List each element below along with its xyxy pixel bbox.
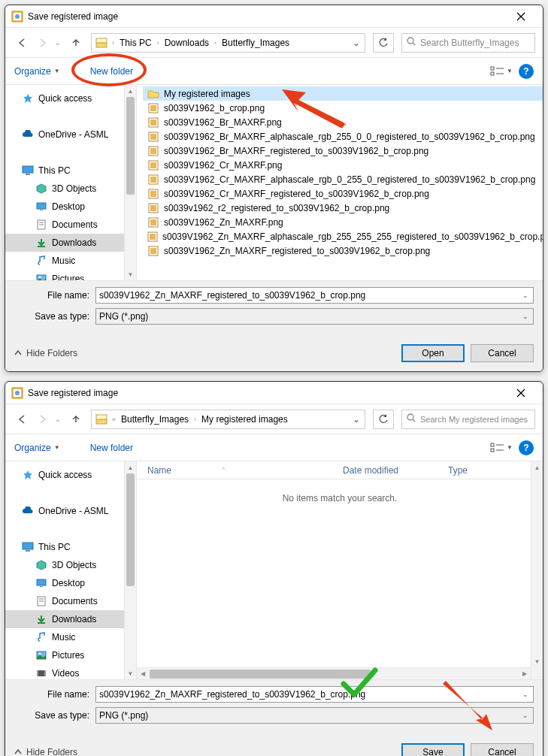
path-dropdown[interactable]: ⌄ [350,34,363,52]
file-row[interactable]: s0039V1962_b_crop.png [143,101,543,115]
sidebar-item-documents[interactable]: Documents [5,216,136,234]
file-row[interactable]: s0039V1962_Br_MAXRF_registered_to_s0039V… [143,144,543,158]
sidebar-item-downloads[interactable]: Downloads [5,234,136,252]
view-options-button[interactable]: ▼ [490,66,513,77]
chevron-icon[interactable]: « [110,416,118,423]
sidebar-item-3dobjects[interactable]: 3D Objects [5,556,136,574]
breadcrumb-seg[interactable]: This PC [117,34,155,52]
help-button[interactable]: ? [519,64,534,79]
content-area: Quick access OneDrive - ASML This PC 3D … [5,85,543,280]
breadcrumb-seg[interactable]: My registered images [198,410,291,428]
image-file-icon [147,231,158,243]
file-row[interactable]: s0039V1962_Br_MAXRF.png [143,115,543,129]
savetype-dropdown[interactable]: ⌄ [519,309,531,324]
file-row[interactable]: s0039V1962_Zn_MAXRF_alphascale_rgb_255_2… [143,229,543,243]
close-button[interactable] [505,5,537,28]
search-input[interactable]: Search My registered images [401,410,535,429]
back-button[interactable] [13,34,31,52]
column-type[interactable]: Type [448,465,468,476]
sidebar-item-3dobjects[interactable]: 3D Objects [5,180,136,198]
sidebar-item-onedrive[interactable]: OneDrive - ASML [5,502,136,520]
hide-folders-toggle[interactable]: Hide Folders [14,348,77,358]
nav-toolbar: ⌄ › This PC › Downloads › Butterfly_Imag… [5,28,543,58]
hide-folders-toggle[interactable]: Hide Folders [14,747,77,756]
path-dropdown[interactable]: ⌄ [350,410,363,428]
breadcrumb-seg[interactable]: Butterfly_Images [219,34,292,52]
sidebar-item-thispc[interactable]: This PC [5,162,136,180]
file-row[interactable]: s0039V1962_Cr_MAXRF_registered_to_s0039V… [143,186,543,201]
file-row[interactable]: s0039V1962_Br_MAXRF_alphascale_rgb_255_0… [143,129,543,144]
savetype-select[interactable]: PNG (*.png) ⌄ [95,308,534,325]
sidebar-item-quickaccess[interactable]: Quick access [5,89,136,107]
sidebar-item-music[interactable]: Music [5,628,136,646]
sidebar-item-videos[interactable]: Videos [5,664,136,679]
chevron-icon[interactable]: › [155,39,162,47]
pc-icon [22,165,34,177]
filename-dropdown[interactable]: ⌄ [519,288,531,303]
filename-input[interactable]: s0039V1962_Zn_MAXRF_registered_to_s0039V… [95,287,534,304]
close-button[interactable] [505,382,537,404]
breadcrumb-seg[interactable]: Downloads [162,34,212,52]
chevron-icon[interactable]: › [110,39,117,47]
search-input[interactable]: Search Butterfly_Images [401,33,535,53]
empty-message: No items match your search. [137,479,543,503]
breadcrumb-seg[interactable]: Butterfly_Images [118,410,192,428]
horizontal-scrollbar[interactable]: ◀ ▶ [137,667,531,679]
filename-input[interactable]: s0039V1962_Zn_MAXRF_registered_to_s0039V… [95,686,534,703]
image-file-icon [147,216,159,228]
back-button[interactable] [13,410,31,428]
sidebar-item-music[interactable]: Music [5,252,136,270]
sidebar-item-pictures[interactable]: Pictures [5,646,136,664]
folder-row[interactable]: My registered images [143,86,543,101]
sidebar-item-desktop[interactable]: Desktop [5,198,136,216]
savetype-select[interactable]: PNG (*.png) ⌄ [95,707,534,724]
save-button[interactable]: Save [401,743,465,756]
column-name[interactable]: Name⌃ [147,465,343,476]
search-icon [407,37,416,48]
sidebar-scrollbar[interactable]: ▲ ▼ [124,461,136,679]
column-date[interactable]: Date modified [343,465,448,476]
history-dropdown[interactable]: ⌄ [55,39,64,47]
sidebar-item-quickaccess[interactable]: Quick access [5,466,136,484]
open-button[interactable]: Open [401,344,465,362]
new-folder-button[interactable]: New folder [90,443,133,453]
cancel-button[interactable]: Cancel [471,743,534,756]
new-folder-button[interactable]: New folder [90,66,133,77]
breadcrumb-bar[interactable]: « Butterfly_Images › My registered image… [91,410,365,429]
refresh-button[interactable] [373,410,394,429]
sidebar-item-downloads[interactable]: Downloads [5,610,136,628]
file-row[interactable]: s0039V1962_Zn_MAXRF.png [143,215,543,229]
organize-menu[interactable]: Organize ▼ [14,66,60,77]
sidebar-item-thispc[interactable]: This PC [5,538,136,556]
help-button[interactable]: ? [519,440,534,455]
up-button[interactable] [67,410,85,428]
organize-menu[interactable]: Organize ▼ [14,443,60,453]
file-row[interactable]: s0039V1962_Cr_MAXRF.png [143,158,543,172]
fields-area: File name: s0039V1962_Zn_MAXRF_registere… [5,280,543,335]
sidebar-item-desktop[interactable]: Desktop [5,574,136,592]
sidebar-scrollbar[interactable]: ▲ ▼ [124,85,136,280]
svg-rect-55 [96,415,107,419]
chevron-icon[interactable]: › [192,416,198,423]
refresh-button[interactable] [373,33,394,53]
sidebar-item-documents[interactable]: Documents [5,592,136,610]
cancel-button[interactable]: Cancel [471,344,534,362]
forward-button[interactable] [34,410,52,428]
file-row[interactable]: s0039V1962_Cr_MAXRF_alphascale_rgb_0_255… [143,172,543,186]
savetype-dropdown[interactable]: ⌄ [519,708,531,723]
history-dropdown[interactable]: ⌄ [55,416,64,423]
svg-rect-73 [37,670,38,676]
image-file-icon [147,202,159,214]
sidebar-item-pictures[interactable]: Pictures [5,270,136,280]
breadcrumb-bar[interactable]: › This PC › Downloads › Butterfly_Images… [91,33,365,53]
image-file-icon [147,159,159,171]
view-options-button[interactable]: ▼ [490,443,513,453]
up-button[interactable] [67,34,85,52]
file-row[interactable]: s0039V1962_Zn_MAXRF_registered_to_s0039V… [143,243,543,258]
chevron-icon[interactable]: › [212,39,219,47]
forward-button[interactable] [34,34,52,52]
filename-dropdown[interactable]: ⌄ [519,687,531,702]
filepane-scrollbar[interactable]: ▲ ▼ [531,461,543,679]
file-row[interactable]: s0039v1962_r2_registered_to_s0039V1962_b… [143,201,543,215]
sidebar-item-onedrive[interactable]: OneDrive - ASML [5,125,136,144]
